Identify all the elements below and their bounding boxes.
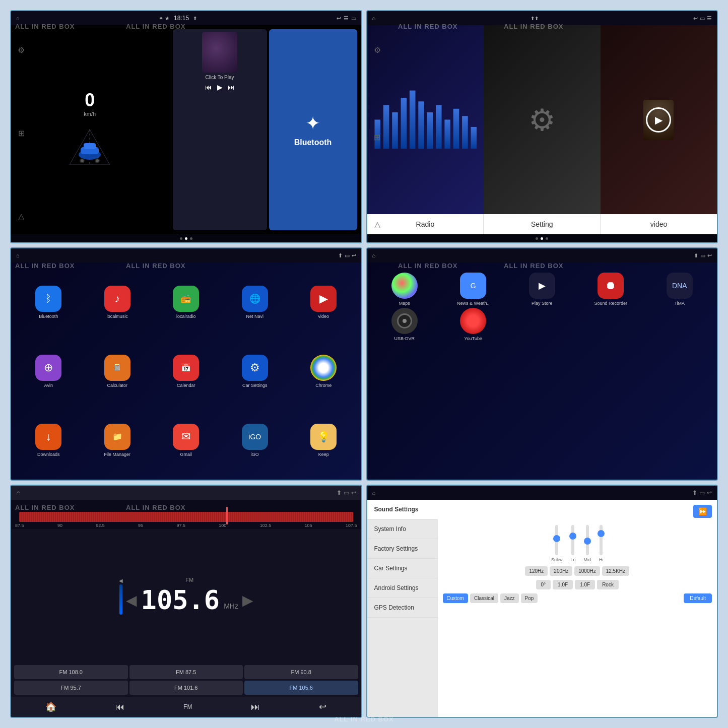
freq-btn-1000[interactable]: 1000Hz (574, 566, 600, 576)
preset-4[interactable]: FM 95.7 (14, 681, 128, 695)
car-road-visual (54, 119, 125, 170)
app-tima[interactable]: DNA TiMA (646, 273, 713, 306)
settings-item-android[interactable]: Android Settings (367, 578, 438, 598)
app-carsettings[interactable]: ⚙ Car Settings (222, 338, 289, 405)
app-usbdvr[interactable]: USB-DVR (371, 308, 438, 341)
preset-6[interactable]: FM 105.6 (244, 681, 358, 695)
freq-label-1025: 102.5 (260, 523, 272, 528)
preset-1[interactable]: FM 108.0 (14, 665, 128, 679)
settings-item-gps[interactable]: GPS Detection (367, 598, 438, 618)
video-thumbnail[interactable]: ▶ (601, 25, 717, 214)
prev-button[interactable]: ⏮ (205, 83, 212, 91)
app-localmusic[interactable]: ♪ localmusic (84, 269, 151, 336)
home-btn-fm[interactable]: 🏠 (45, 701, 56, 712)
grid-icon[interactable]: ⊞ (18, 128, 25, 138)
home-icon-6: ⌂ (372, 490, 376, 496)
topbar-3: ⌂ ⬆ ▭ ↩ (11, 248, 361, 262)
eq-hi-thumb[interactable] (598, 530, 605, 537)
app-keep[interactable]: 💡 Keep (290, 407, 357, 474)
preset-2[interactable]: FM 87.5 (129, 665, 243, 679)
eq-mid-thumb[interactable] (584, 538, 591, 545)
settings-icon-2[interactable]: ⚙ (374, 45, 381, 55)
val-btn-rock[interactable]: Rock (597, 580, 619, 589)
eq-lo-track[interactable] (571, 525, 574, 555)
prev-btn-fm[interactable]: ⏮ (115, 702, 124, 712)
settings-item-sound[interactable]: Sound Settings (367, 500, 438, 519)
app-soundrecorder-label: Sound Recorder (594, 301, 627, 306)
app-filemanager[interactable]: 📁 File Manager (84, 407, 151, 474)
back-icon-5: ↩ (351, 489, 356, 496)
settings-item-factory[interactable]: Factory Settings (367, 539, 438, 559)
home-icon-3: ⌂ (16, 252, 20, 258)
svg-rect-12 (401, 98, 407, 149)
val-btn-10f2[interactable]: 1.0F (575, 580, 595, 589)
eq-subw-thumb[interactable] (553, 535, 560, 542)
freq-down-btn[interactable]: ◀ (126, 592, 137, 609)
app-avin[interactable]: ⊕ Avin (15, 338, 82, 405)
app-maps[interactable]: Maps (371, 273, 438, 306)
settings-item-car[interactable]: Car Settings (367, 559, 438, 578)
video-label[interactable]: video (601, 214, 717, 234)
settings-thumbnail[interactable]: ⚙ (484, 25, 601, 214)
next-btn-fm[interactable]: ⏭ (251, 702, 260, 712)
freq-btn-120[interactable]: 120Hz (525, 566, 548, 576)
preset-3[interactable]: FM 90.8 (244, 665, 358, 679)
preset-btn-classical[interactable]: Classical (470, 593, 498, 603)
preset-btn-pop[interactable]: Pop (521, 593, 538, 603)
back-icon-4: ↩ (707, 252, 712, 259)
back-btn-fm[interactable]: ↩ (319, 701, 326, 712)
setting-label[interactable]: Setting (484, 214, 601, 234)
app-calendar[interactable]: 📅 Calendar (153, 338, 220, 405)
menu-icon-2: ☰ (707, 15, 712, 22)
app-news[interactable]: G News & Weath.. (440, 273, 507, 306)
app-netnavi[interactable]: 🌐 Net Navi (222, 269, 289, 336)
freq-btn-125k[interactable]: 12.5KHz (602, 566, 629, 576)
window-icon-2: ▭ (700, 15, 705, 22)
settings-item-sysinfo[interactable]: System Info (367, 519, 438, 539)
music-controls[interactable]: ⏮ ▶ ⏭ (205, 83, 235, 91)
fm-freq-display: ◀ 105.6 MHz ▶ (126, 585, 253, 615)
preset-btn-custom[interactable]: Custom (443, 593, 468, 603)
val-btn-0[interactable]: 0° (536, 580, 551, 589)
app-gmail[interactable]: ✉ Gmail (153, 407, 220, 474)
bluetooth-panel[interactable]: ✦ Bluetooth (269, 29, 357, 230)
app-chrome[interactable]: Chrome (290, 338, 357, 405)
default-button[interactable]: Default (684, 593, 712, 603)
app-maps-label: Maps (399, 301, 410, 306)
sound-icon-button[interactable]: ⏩ (693, 505, 712, 518)
app-playstore[interactable]: ▶ Play Store (509, 273, 576, 306)
app-igo[interactable]: iGO iGO (222, 407, 289, 474)
app-soundrecorder[interactable]: ⏺ Sound Recorder (577, 273, 644, 306)
grid-icon-2[interactable]: ⊞ (374, 133, 380, 142)
music-album-art (202, 32, 237, 73)
app-avin-icon: ⊕ (35, 355, 61, 381)
eq-lo-thumb[interactable] (569, 533, 576, 540)
app-video[interactable]: ▶ video (290, 269, 357, 336)
preset-btn-jazz[interactable]: Jazz (500, 593, 519, 603)
freq-up-btn[interactable]: ▶ (242, 592, 253, 609)
window-icon-6: ▭ (699, 489, 705, 496)
app-calculator[interactable]: 🖩 Calculator (84, 338, 151, 405)
svg-rect-4 (84, 143, 96, 149)
eq-hi-track[interactable] (600, 525, 603, 555)
nav-icon-2[interactable]: △ (374, 220, 380, 229)
app-bluetooth[interactable]: ᛒ Bluetooth (15, 269, 82, 336)
app-youtube[interactable]: YouTube (440, 308, 507, 341)
svg-rect-14 (418, 101, 424, 149)
tb3-right: ⬆ ▭ ↩ (338, 252, 356, 259)
preset-5[interactable]: FM 101.6 (129, 681, 243, 695)
eq-mid-track[interactable] (586, 525, 589, 555)
app-downloads[interactable]: ↓ Downloads (15, 407, 82, 474)
back-icon-6: ↩ (707, 489, 712, 496)
play-button[interactable]: ▶ (217, 83, 223, 91)
freq-btn-200[interactable]: 200Hz (550, 566, 572, 576)
tb4-right: ⬆ ▭ ↩ (694, 252, 712, 259)
next-button[interactable]: ⏭ (228, 83, 235, 91)
eq-subw-track[interactable] (555, 525, 558, 555)
val-btn-10f1[interactable]: 1.0F (553, 580, 573, 589)
eq-hi: Hi (599, 525, 604, 562)
app-localradio[interactable]: 📻 localradio (153, 269, 220, 336)
nav-icon[interactable]: △ (18, 212, 24, 221)
play-circle-icon: ▶ (646, 107, 671, 133)
settings-icon[interactable]: ⚙ (18, 45, 25, 55)
